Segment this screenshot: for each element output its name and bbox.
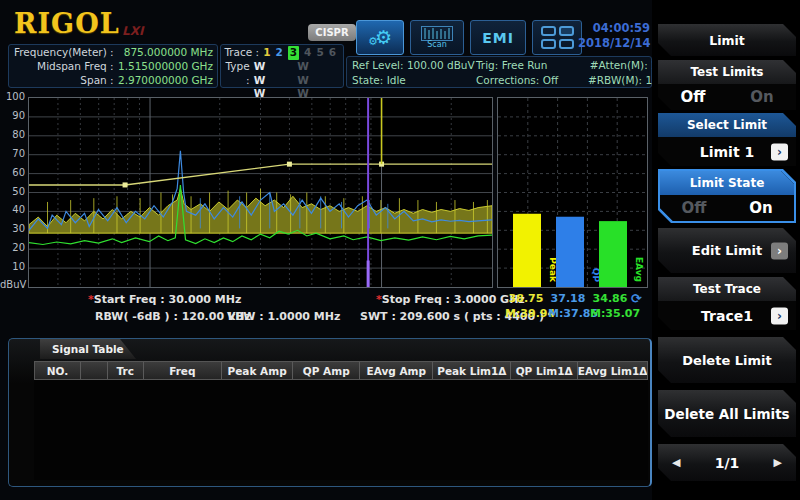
select-limit-arrow-icon[interactable]: ›: [771, 143, 788, 160]
y-tick-30: 30: [0, 223, 25, 234]
emi-mode-button[interactable]: EMI: [470, 20, 526, 55]
softkey-pager: ◀ 1/1 ▶: [658, 444, 796, 481]
pager-label: 1/1: [715, 455, 740, 471]
edit-limit-arrow-icon: ›: [771, 242, 788, 259]
y-tick-40: 40: [0, 204, 25, 215]
test-limits-off[interactable]: Off: [680, 88, 705, 106]
trace-6[interactable]: 6: [329, 46, 336, 60]
scan-label: Scan: [427, 40, 446, 49]
midspan-label: Midspan Freq :: [13, 60, 117, 74]
lxi-badge: LXI: [122, 24, 143, 38]
vbw: VBW : 1.0000 MHz: [227, 310, 340, 323]
column-header-EAvg Lim1Δ: EAvg Lim1Δ: [578, 362, 647, 379]
date-text: 2018/12/14: [578, 36, 650, 51]
y-tick-80: 80: [0, 129, 25, 140]
freq-meter-label: Frequency(Meter) :: [13, 46, 117, 60]
span-value: 2.970000000 GHz: [117, 74, 213, 88]
state: State: Idle: [352, 73, 476, 88]
column-header-blank: [81, 362, 108, 379]
trace-info-panel: Trace : 1 2 3 4 5 6 Type : W W W W W W D…: [220, 44, 344, 88]
type-inactive: W W W: [297, 60, 341, 101]
meter-bars-panel: PeakQPEAvg: [497, 97, 648, 288]
rigol-logo: RIGOL: [14, 8, 120, 39]
y-axis-unit: dBuV: [0, 279, 25, 290]
scan-mode-button[interactable]: Scan: [410, 20, 464, 55]
signal-table-tab[interactable]: Signal Table: [40, 339, 136, 359]
start-freq: *Start Freq : 30.000 MHz: [88, 293, 241, 306]
test-trace-header: Test Trace: [658, 277, 796, 301]
delete-limit-button[interactable]: Delete Limit: [658, 337, 796, 383]
limit-state-off[interactable]: Off: [681, 199, 706, 217]
column-header-Peak Lim1Δ: Peak Lim1Δ: [433, 362, 511, 379]
y-tick-50: 50: [0, 186, 25, 197]
y-tick-20: 20: [0, 242, 25, 253]
test-trace-arrow-icon[interactable]: ›: [771, 307, 788, 324]
window-layout-button[interactable]: [532, 20, 582, 55]
trig: Trig: Free Run: [476, 58, 588, 73]
meter-bars-svg: PeakQPEAvg: [498, 98, 647, 287]
column-header-QP Amp: QP Amp: [293, 362, 360, 379]
frequency-info-panel: Frequency(Meter) : 875.000000 MHz Midspa…: [8, 44, 218, 88]
column-header-NO.: NO.: [35, 362, 81, 379]
corrections: Corrections: Off: [476, 73, 588, 88]
time-text: 04:00:59: [578, 21, 650, 36]
edit-limit-label: Edit Limit: [692, 243, 762, 258]
test-trace-softkey[interactable]: Test Trace Trace1 ›: [658, 277, 796, 330]
select-limit-softkey[interactable]: Select Limit Limit 1 ›: [658, 113, 796, 166]
peak-meter-max: M:39.94: [505, 307, 547, 320]
spectrum-svg: [29, 98, 492, 287]
scan-waveform-icon: [421, 26, 453, 41]
trace-label: Trace :: [223, 46, 259, 60]
meter-refresh-icon[interactable]: ⟳: [631, 291, 642, 306]
trace-5[interactable]: 5: [316, 46, 323, 60]
eavg-meter-value: 34.86: [590, 292, 630, 305]
trace-3-active[interactable]: 3: [288, 46, 299, 60]
test-trace-value: Trace1: [701, 308, 753, 324]
midspan-value: 1.515000000 GHz: [117, 60, 213, 74]
test-limits-on[interactable]: On: [750, 88, 773, 106]
limit-state-softkey[interactable]: Limit State Off On: [658, 169, 796, 223]
cispr-badge: CISPR: [308, 24, 356, 41]
freq-meter-value: 875.000000 MHz: [117, 46, 213, 60]
analyzer-screen: RIGOL LXI CISPR ⚙ ⚙ Scan EMI 04:00:59 20…: [0, 0, 800, 500]
softkey-sidebar: Limit Test Limits Off On Select Limit Li…: [652, 0, 800, 500]
peak-meter-value: 38.75: [505, 292, 547, 305]
test-limits-softkey[interactable]: Test Limits Off On: [658, 60, 796, 110]
limit-state-on[interactable]: On: [749, 199, 772, 217]
gear-icon: ⚙: [375, 28, 392, 47]
y-tick-60: 60: [0, 167, 25, 178]
column-header-Peak Amp: Peak Amp: [222, 362, 294, 379]
qp-meter-max: M:37.85: [548, 307, 588, 320]
y-tick-70: 70: [0, 148, 25, 159]
trace-1[interactable]: 1: [263, 46, 270, 60]
system-settings-button[interactable]: ⚙ ⚙: [356, 20, 404, 55]
pager-prev-icon[interactable]: ◀: [672, 456, 680, 469]
edit-limit-button[interactable]: Edit Limit ›: [658, 228, 796, 273]
y-tick-100: 100: [0, 91, 25, 102]
svg-text:EAvg: EAvg: [634, 257, 644, 282]
spectrum-plot: [28, 97, 493, 288]
test-limits-header: Test Limits: [658, 60, 796, 84]
limit-state-header: Limit State: [660, 171, 794, 195]
menu-title-limit: Limit: [658, 24, 796, 56]
windows-grid-icon: [541, 26, 574, 49]
type-label: Type :: [223, 60, 250, 101]
status-panel: Ref Level: 100.00 dBuV State: Idle Trig:…: [346, 56, 652, 88]
column-header-Freq: Freq: [144, 362, 222, 379]
trace-4[interactable]: 4: [304, 46, 311, 60]
signal-table-header: NO.TrcFreqPeak AmpQP AmpEAvg AmpPeak Lim…: [34, 361, 648, 380]
type-active: W W W: [254, 60, 298, 101]
span-label: Span :: [13, 74, 117, 88]
trace-2[interactable]: 2: [275, 46, 282, 60]
delete-all-limits-button[interactable]: Delete All Limits: [658, 390, 796, 437]
select-limit-value: Limit 1: [700, 144, 754, 160]
select-limit-header: Select Limit: [658, 113, 796, 137]
qp-meter-value: 37.18: [548, 292, 588, 305]
ref-level: Ref Level: 100.00 dBuV: [352, 58, 476, 73]
y-tick-10: 10: [0, 261, 25, 272]
clock: 04:00:59 2018/12/14: [578, 21, 650, 51]
column-header-EAvg Amp: EAvg Amp: [360, 362, 433, 379]
signal-table-body: [34, 380, 648, 480]
pager-next-icon[interactable]: ▶: [774, 456, 782, 469]
column-header-Trc: Trc: [108, 362, 144, 379]
